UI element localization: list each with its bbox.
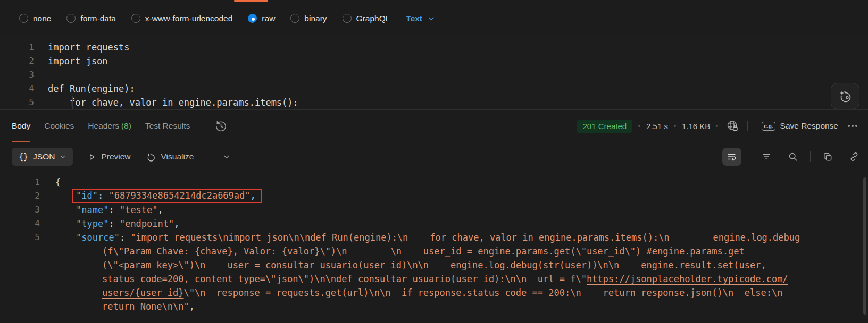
language-selector-label: Text — [406, 14, 422, 23]
search-button[interactable] — [783, 148, 803, 166]
visualize-more-dropdown[interactable] — [223, 153, 230, 160]
body-type-option-GraphQL[interactable]: GraphQL — [343, 14, 390, 23]
line-number: 4 — [0, 217, 40, 231]
line-number: 3 — [0, 68, 34, 82]
save-response-button[interactable]: e.g. Save Response — [762, 121, 838, 131]
tab-test-results[interactable]: Test Results — [145, 110, 190, 142]
tab-cookies[interactable]: Cookies — [44, 110, 74, 142]
response-json-line: 2"id": "6879334e8654214dc2a669ad", — [0, 189, 868, 203]
preview-button[interactable]: Preview — [87, 152, 130, 162]
indent-guide — [60, 203, 60, 217]
format-dropdown[interactable]: {} JSON — [12, 148, 73, 166]
indent-guide — [60, 300, 60, 313]
body-type-option-none[interactable]: none — [19, 14, 51, 23]
code-segment: (\"<param_key>\")\n user = consultar_usu… — [102, 260, 766, 270]
response-json-lines: 1{2"id": "6879334e8654214dc2a669ad",3"na… — [0, 175, 868, 313]
line-number: 1 — [0, 175, 40, 189]
request-body-editor[interactable]: 1import requests2import json34def Run(en… — [0, 37, 868, 110]
copy-button[interactable] — [818, 148, 837, 166]
indent-guide — [60, 258, 60, 272]
filter-button[interactable] — [757, 148, 776, 166]
radio-label: GraphQL — [356, 14, 390, 23]
code-segment: "import requests\nimport json\n\ndef Run… — [130, 232, 800, 243]
response-url-link[interactable]: users/{user_id} — [102, 287, 184, 298]
visualize-label: Visualize — [161, 152, 194, 162]
preview-label: Preview — [101, 152, 130, 162]
body-type-options: noneform-datax-www-form-urlencodedrawbin… — [19, 14, 390, 23]
response-url-link[interactable]: https://jsonplaceholder.typicode.com/ — [587, 274, 788, 284]
indent-guide — [60, 189, 60, 203]
active-tab-indicator — [234, 0, 268, 2]
response-json-line: (f\"Param Chave: {chave}, Valor: {valor}… — [0, 244, 868, 258]
postbot-button[interactable] — [831, 83, 859, 109]
code-segment: "id" — [76, 190, 98, 201]
visualize-button[interactable]: Visualize — [145, 151, 194, 163]
line-number: 2 — [0, 54, 34, 68]
response-time[interactable]: 2.51 s — [646, 122, 668, 131]
tab-headers[interactable]: Headers(8) — [88, 110, 131, 142]
response-history-button[interactable] — [215, 120, 227, 132]
line-number: 4 — [0, 82, 34, 96]
radio-icon — [66, 14, 76, 23]
line-number: 2 — [0, 189, 40, 203]
response-json-line: 1{ — [0, 175, 868, 189]
radio-label: binary — [304, 14, 327, 23]
tab-label: Test Results — [145, 121, 190, 131]
more-options-button[interactable] — [848, 125, 857, 127]
network-info-button[interactable] — [726, 120, 739, 132]
body-type-option-binary[interactable]: binary — [290, 14, 327, 23]
response-json-line: 5"source": "import requests\nimport json… — [0, 231, 868, 244]
code-segment: "source" — [76, 232, 120, 243]
tab-body[interactable]: Body — [12, 110, 30, 142]
indent-guide — [60, 272, 60, 286]
separator — [747, 121, 748, 131]
indent-guide — [60, 217, 60, 231]
dot-separator — [716, 125, 718, 127]
response-json-line: (\"<param_key>\")\n user = consultar_usu… — [0, 258, 868, 272]
response-size[interactable]: 1.16 KB — [682, 122, 710, 131]
dot-separator — [674, 125, 676, 127]
radio-label: none — [33, 14, 51, 23]
example-icon: e.g. — [762, 122, 775, 131]
separator — [749, 151, 749, 162]
code-segment: "endpoint" — [120, 218, 174, 229]
body-type-option-raw[interactable]: raw — [248, 14, 275, 23]
response-json-line: users/{user_id}\"\n response = requests.… — [0, 286, 868, 300]
radio-label: raw — [262, 14, 275, 23]
response-json-line: return None\n\n", — [0, 300, 868, 313]
line-number: 5 — [0, 96, 34, 109]
radio-label: form-data — [80, 14, 115, 23]
code-segment: import json — [48, 56, 108, 66]
copy-icon — [822, 151, 833, 162]
language-selector[interactable]: Text — [406, 14, 435, 23]
chevron-down-icon — [428, 15, 435, 22]
indent-guide — [60, 231, 60, 244]
line-number: 1 — [0, 40, 34, 54]
history-clock-icon — [215, 120, 227, 132]
code-segment: (f\"Param Chave: {chave}, Valor: {valor}… — [102, 246, 745, 257]
body-type-option-form-data[interactable]: form-data — [66, 14, 115, 23]
code-segment: : — [108, 218, 119, 229]
tab-label: Body — [12, 121, 30, 131]
tab-label: Cookies — [44, 121, 74, 131]
status-badge[interactable]: 201 Created — [577, 120, 633, 133]
link-button[interactable] — [845, 148, 864, 166]
radio-icon — [343, 14, 352, 23]
vertical-scrollbar[interactable] — [863, 177, 866, 314]
radio-label: x-www-form-urlencoded — [145, 14, 233, 23]
response-json-line: 4"type": "endpoint", — [0, 217, 868, 231]
line-number: 5 — [0, 231, 40, 244]
code-segment: , — [189, 301, 195, 312]
response-body-viewer[interactable]: 1{2"id": "6879334e8654214dc2a669ad",3"na… — [0, 171, 868, 323]
wrap-lines-button[interactable] — [722, 148, 741, 166]
response-body-toolbar: {} JSON Preview Visualize — [0, 142, 868, 171]
play-icon — [87, 152, 96, 162]
response-meta: 201 Created 2.51 s 1.16 KB e.g. Save Res… — [577, 120, 857, 133]
code-segment: , — [174, 218, 179, 229]
body-type-option-x-www-form-urlencoded[interactable]: x-www-form-urlencoded — [131, 14, 233, 23]
request-code-line: 1import requests — [0, 40, 868, 54]
request-code-line: 2import json — [0, 54, 868, 68]
line-number: 3 — [0, 203, 40, 217]
word-wrap-icon — [727, 151, 737, 162]
code-segment: : — [108, 205, 119, 215]
